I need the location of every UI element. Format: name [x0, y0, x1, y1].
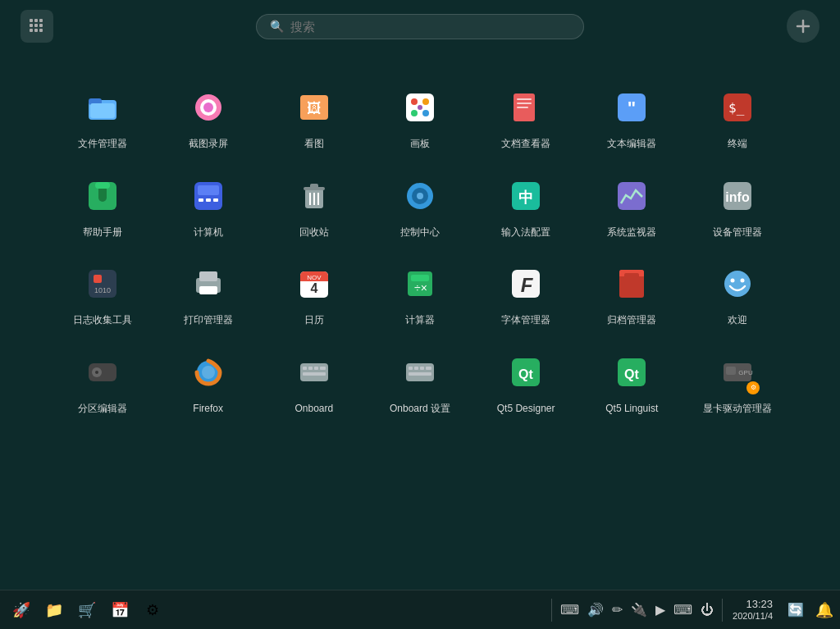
app-label-trash: 回收站	[299, 226, 329, 239]
app-item-calculator[interactable]: ÷×计算器	[367, 253, 472, 334]
svg-text:中: 中	[518, 189, 533, 206]
play-icon[interactable]: ▶	[654, 600, 667, 619]
taskbar-settings[interactable]: ⚙	[138, 595, 167, 625]
svg-rect-88	[303, 372, 326, 376]
app-item-input-method[interactable]: 中输入法配置	[473, 166, 579, 246]
app-item-help[interactable]: 帮助手册	[49, 166, 155, 246]
app-item-image-viewer[interactable]: 🖼看图	[261, 77, 367, 157]
app-item-onboard[interactable]: Onboard	[261, 342, 367, 422]
app-item-log[interactable]: 1010日志收集工具	[49, 253, 155, 334]
app-label-calculator-sys: 计算机	[194, 226, 223, 239]
svg-text:": "	[628, 98, 636, 118]
app-label-image-viewer: 看图	[304, 138, 324, 151]
app-item-sys-monitor[interactable]: 系统监视器	[579, 166, 685, 246]
svg-rect-5	[39, 24, 43, 27]
search-icon: 🔍	[270, 20, 284, 33]
app-icon-canvas	[396, 84, 444, 131]
taskbar-divider2	[722, 599, 723, 622]
grid-view-button[interactable]	[21, 10, 53, 43]
svg-point-20	[411, 98, 418, 105]
svg-text:info: info	[726, 190, 751, 204]
app-item-calculator-sys[interactable]: 计算机	[155, 166, 261, 246]
app-icon-print	[185, 260, 232, 308]
taskbar-files[interactable]: 📁	[39, 595, 69, 625]
app-item-print[interactable]: 打印管理器	[155, 253, 261, 334]
app-item-qt5-designer[interactable]: QtQt5 Designer	[473, 342, 579, 422]
app-item-gpu[interactable]: GPU⚙显卡驱动管理器	[685, 342, 791, 422]
svg-rect-90	[409, 367, 413, 370]
pen-icon[interactable]: ✏	[610, 600, 624, 619]
svg-text:F: F	[521, 274, 534, 296]
app-label-doc-viewer: 文档查看器	[501, 138, 550, 151]
svg-rect-67	[411, 275, 429, 281]
app-item-device-manager[interactable]: info设备管理器	[685, 166, 791, 246]
app-icon-device-manager: info	[714, 172, 761, 220]
svg-point-23	[422, 110, 429, 116]
taskbar-launcher[interactable]: 🚀	[7, 595, 36, 625]
power-icon[interactable]: ⏻	[699, 601, 715, 619]
app-item-canvas[interactable]: 画板	[367, 77, 472, 157]
app-label-sys-monitor: 系统监视器	[607, 226, 656, 239]
keyboard2-icon[interactable]: ⌨	[672, 600, 694, 619]
app-icon-gpu: GPU⚙	[714, 349, 761, 396]
app-item-file-manager[interactable]: 文件管理器	[49, 77, 155, 157]
app-icon-terminal: $_	[714, 84, 761, 131]
svg-rect-7	[34, 29, 38, 32]
svg-text:4: 4	[310, 281, 317, 295]
app-item-calendar[interactable]: 4NOV日历	[261, 253, 367, 334]
app-label-file-manager: 文件管理器	[78, 138, 127, 151]
svg-point-21	[422, 98, 429, 105]
notification-bell[interactable]: 🔔	[815, 601, 833, 619]
app-item-qt5-linguist[interactable]: QtQt5 Linguist	[579, 342, 685, 422]
app-item-terminal[interactable]: $_终端	[685, 77, 791, 157]
volume-icon[interactable]: 🔊	[586, 600, 605, 619]
app-label-text-editor: 文本编辑器	[607, 138, 656, 151]
svg-rect-1	[34, 19, 38, 22]
svg-rect-0	[30, 19, 33, 22]
app-item-firefox[interactable]: Firefox	[155, 342, 261, 422]
svg-rect-28	[517, 107, 528, 108]
app-icon-screenshot	[185, 84, 232, 131]
keyboard-icon[interactable]: ⌨	[559, 600, 581, 619]
taskbar-divider	[551, 599, 552, 622]
svg-rect-91	[414, 367, 418, 370]
app-icon-firefox	[185, 349, 232, 396]
svg-rect-100	[726, 367, 736, 375]
svg-rect-84	[303, 367, 307, 370]
taskbar-calendar[interactable]: 📅	[105, 595, 135, 625]
sys-tray: ⌨ 🔊 ✏ 🔌 ▶ ⌨ ⏻	[559, 600, 715, 619]
app-icon-qt5-designer: Qt	[502, 349, 550, 396]
app-label-calendar: 日历	[304, 314, 324, 327]
app-item-font[interactable]: F字体管理器	[473, 253, 579, 334]
app-icon-control	[396, 172, 444, 220]
svg-point-77	[741, 279, 745, 283]
svg-rect-86	[314, 367, 318, 370]
app-item-doc-viewer[interactable]: 文档查看器	[473, 77, 579, 157]
update-icon[interactable]: 🔄	[781, 595, 810, 625]
app-item-onboard-settings[interactable]: Onboard 设置	[367, 342, 472, 422]
app-label-control: 控制中心	[400, 226, 440, 239]
app-icon-font: F	[502, 260, 550, 308]
svg-text:$_: $_	[728, 100, 745, 116]
search-input[interactable]	[290, 20, 570, 34]
top-bar-right	[783, 10, 824, 43]
app-item-trash[interactable]: 回收站	[261, 166, 367, 246]
taskbar-left: 🚀 📁 🛒 📅 ⚙	[7, 595, 167, 625]
add-button[interactable]	[787, 10, 819, 43]
taskbar-store[interactable]: 🛒	[72, 595, 102, 625]
svg-rect-35	[95, 182, 110, 189]
clock-time: 13:23	[733, 598, 773, 611]
app-item-partition[interactable]: 分区编辑器	[49, 342, 155, 422]
app-item-control[interactable]: 控制中心	[367, 166, 472, 246]
app-icon-input-method: 中	[502, 172, 550, 220]
app-icon-archive	[608, 260, 655, 308]
app-item-welcome[interactable]: 欢迎	[685, 253, 791, 334]
svg-text:GPU: GPU	[739, 369, 754, 376]
svg-rect-13	[90, 103, 115, 118]
svg-point-82	[202, 366, 215, 379]
app-item-text-editor[interactable]: "文本编辑器	[579, 77, 685, 157]
app-item-screenshot[interactable]: 截图录屏	[155, 77, 261, 157]
app-item-archive[interactable]: 归档管理器	[579, 253, 685, 334]
usb-icon[interactable]: 🔌	[629, 600, 649, 619]
svg-rect-74	[624, 273, 639, 278]
